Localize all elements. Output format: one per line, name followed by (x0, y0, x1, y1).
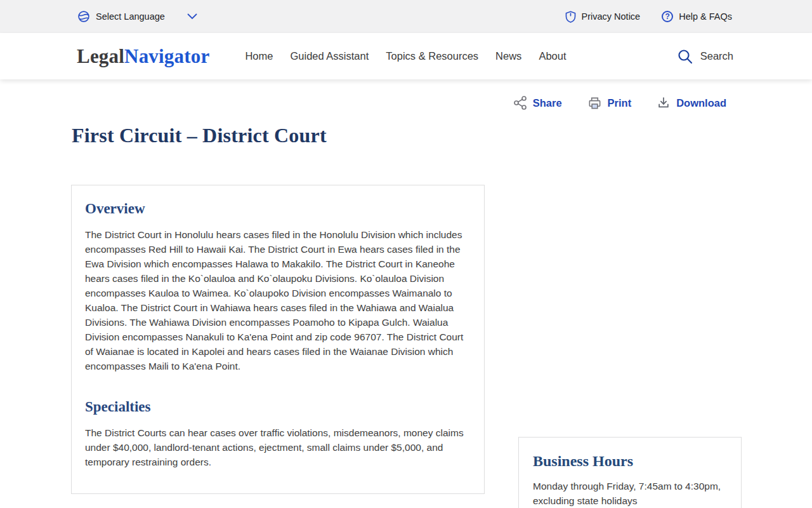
page-actions: Share Print Download (71, 95, 741, 110)
language-selector-label: Select Language (96, 11, 165, 22)
question-circle-icon: ? (662, 11, 673, 22)
search-icon (677, 48, 693, 65)
privacy-notice-label: Privacy Notice (582, 11, 641, 22)
help-faqs-label: Help & FAQs (679, 11, 732, 22)
utility-bar: Select Language Privacy Notice (0, 0, 812, 33)
business-hours-heading: Business Hours (533, 453, 727, 470)
site-header: LegalNavigator Home Guided Assistant Top… (0, 33, 812, 79)
page-title: First Circuit – District Court (71, 124, 741, 147)
language-selector[interactable]: Select Language (77, 10, 197, 23)
globe-icon (77, 10, 90, 23)
share-label: Share (533, 97, 562, 109)
print-label: Print (608, 97, 632, 109)
overview-text: The District Court in Honolulu hears cas… (85, 227, 471, 373)
page-content: Share Print Download First (71, 95, 741, 508)
sidebar-column: Business Hours Monday through Friday, 7:… (518, 185, 742, 508)
download-label: Download (676, 97, 726, 109)
print-button[interactable]: Print (587, 96, 632, 110)
chevron-down-icon[interactable] (187, 13, 197, 20)
business-hours-card: Business Hours Monday through Friday, 7:… (518, 437, 742, 508)
privacy-notice-link[interactable]: Privacy Notice (565, 11, 641, 23)
logo-text-legal: Legal (77, 45, 124, 67)
nav-item-guided-assistant[interactable]: Guided Assistant (290, 50, 369, 62)
download-button[interactable]: Download (657, 96, 726, 110)
search-label: Search (700, 50, 733, 62)
main-column: Overview The District Court in Honolulu … (71, 185, 485, 508)
specialties-section: Specialties The District Courts can hear… (85, 399, 471, 469)
logo-text-navigator: Navigator (124, 45, 209, 67)
search-button[interactable]: Search (677, 48, 741, 65)
overview-heading: Overview (85, 201, 471, 217)
download-icon (657, 96, 671, 110)
share-button[interactable]: Share (513, 95, 562, 110)
share-icon (513, 95, 527, 110)
printer-icon (587, 96, 602, 110)
nav-item-topics-resources[interactable]: Topics & Resources (386, 50, 478, 62)
overview-section: Overview The District Court in Honolulu … (85, 201, 471, 373)
business-hours-text: Monday through Friday, 7:45am to 4:30pm,… (533, 479, 727, 508)
nav-item-about[interactable]: About (539, 50, 566, 62)
site-logo[interactable]: LegalNavigator (71, 45, 209, 68)
specialties-text: The District Courts can hear cases over … (85, 425, 471, 469)
main-navigation: Home Guided Assistant Topics & Resources… (245, 50, 566, 62)
help-faqs-link[interactable]: ? Help & FAQs (662, 11, 732, 22)
nav-item-news[interactable]: News (495, 50, 521, 62)
shield-icon (565, 11, 576, 23)
specialties-heading: Specialties (85, 399, 471, 415)
court-info-card: Overview The District Court in Honolulu … (71, 185, 485, 494)
nav-item-home[interactable]: Home (245, 50, 273, 62)
